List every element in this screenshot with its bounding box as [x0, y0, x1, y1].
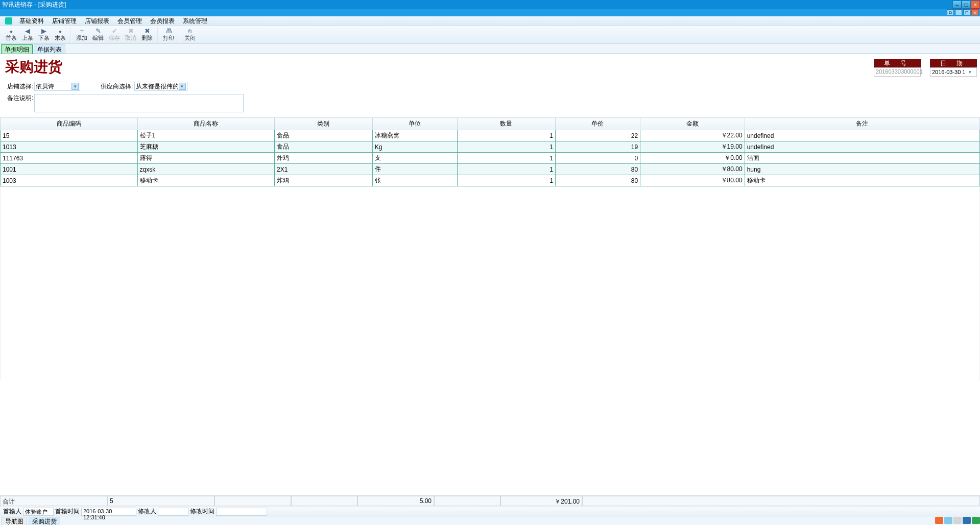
- menu-basic-data[interactable]: 基础资料: [15, 16, 48, 26]
- table-cell[interactable]: 炸鸡: [275, 175, 373, 186]
- window-minimize-button[interactable]: –: [952, 1, 962, 9]
- modifier-value[interactable]: [158, 508, 188, 516]
- window-maximize-button[interactable]: □: [962, 1, 971, 9]
- table-cell[interactable]: 1: [458, 175, 556, 186]
- table-cell[interactable]: 松子1: [137, 130, 275, 141]
- tray-icon[interactable]: [963, 517, 971, 524]
- chevron-down-icon[interactable]: ▾: [969, 69, 975, 75]
- chevron-down-icon[interactable]: ▾: [71, 83, 79, 90]
- table-cell[interactable]: 80: [555, 175, 640, 186]
- table-cell[interactable]: 15: [1, 130, 138, 141]
- table-cell[interactable]: ￥0.00: [640, 153, 745, 164]
- toolbar-打印-button[interactable]: 🖶打印: [160, 26, 177, 43]
- menu-member-manage[interactable]: 会员管理: [113, 16, 146, 26]
- table-row[interactable]: 15松子1食品冰糖燕窝122￥22.00undefined: [1, 130, 980, 141]
- column-header[interactable]: 类别: [275, 118, 373, 130]
- bill-no-value[interactable]: 201603303000001: [874, 67, 921, 77]
- table-cell[interactable]: ￥80.00: [640, 164, 745, 175]
- table-cell[interactable]: 炸鸡: [275, 153, 373, 164]
- mtime-value[interactable]: [216, 508, 267, 516]
- table-cell[interactable]: 件: [372, 164, 457, 175]
- toolbar-上条-button[interactable]: ◀上条: [19, 26, 36, 43]
- table-cell[interactable]: Kg: [372, 141, 457, 153]
- table-cell[interactable]: 1: [458, 130, 556, 141]
- table-cell[interactable]: 19: [555, 141, 640, 153]
- table-row[interactable]: 111763露得炸鸡支10￥0.00洁面: [1, 153, 980, 164]
- table-cell[interactable]: ￥22.00: [640, 130, 745, 141]
- toolbar-删除-button[interactable]: ✖删除: [139, 26, 155, 43]
- table-cell[interactable]: 22: [555, 130, 640, 141]
- toolbar-添加-button[interactable]: ＋添加: [74, 26, 90, 43]
- column-header[interactable]: 单价: [555, 118, 640, 130]
- mdi-minimize-button[interactable]: –: [955, 9, 962, 15]
- table-cell[interactable]: undefined: [745, 141, 979, 153]
- remark-input[interactable]: [34, 94, 244, 112]
- tab-detail[interactable]: 单据明细: [1, 44, 33, 54]
- table-cell[interactable]: 移动卡: [137, 175, 275, 186]
- column-header[interactable]: 备注: [745, 118, 979, 130]
- table-cell[interactable]: 移动卡: [745, 175, 979, 186]
- tray-icon[interactable]: [944, 517, 952, 524]
- column-header[interactable]: 商品编码: [1, 118, 138, 130]
- column-header[interactable]: 金额: [640, 118, 745, 130]
- mdi-restore-button[interactable]: ⧉: [947, 9, 954, 15]
- column-header[interactable]: 数量: [458, 118, 556, 130]
- date-value[interactable]: 2016-03-30 1 ▾: [930, 67, 977, 77]
- table-cell[interactable]: 1: [458, 153, 556, 164]
- table-row[interactable]: 1013芝麻糖食品Kg119￥19.00undefined: [1, 141, 980, 153]
- toolbar: ⬥首条◀上条▶下条⬥末条＋添加✎编辑✔保存✖取消✖删除🖶打印⎋关闭: [0, 26, 980, 44]
- ctime-value[interactable]: 2016-03-30 12:31:40: [81, 508, 136, 516]
- creator-value[interactable]: 体验账户: [23, 508, 54, 516]
- table-cell[interactable]: 111763: [1, 153, 138, 164]
- table-row[interactable]: 1003移动卡炸鸡张180￥80.00移动卡: [1, 175, 980, 186]
- table-cell[interactable]: 2X1: [275, 164, 373, 175]
- menu-store-report[interactable]: 店铺报表: [81, 16, 113, 26]
- table-cell[interactable]: 食品: [275, 130, 373, 141]
- store-select[interactable]: 依贝诗 ▾: [34, 82, 80, 91]
- table-cell[interactable]: 1013: [1, 141, 138, 153]
- bottom-tab-purchase[interactable]: 采购进货: [29, 517, 60, 525]
- table-row[interactable]: 1001zqxsk2X1件180￥80.00hung: [1, 164, 980, 175]
- table-cell[interactable]: 食品: [275, 141, 373, 153]
- tab-list[interactable]: 单据列表: [34, 44, 65, 54]
- table-cell[interactable]: ￥80.00: [640, 175, 745, 186]
- table-cell[interactable]: 1: [458, 141, 556, 153]
- bottom-tabs: 导航图 采购进货: [0, 516, 980, 525]
- tray-icon[interactable]: [953, 517, 962, 524]
- table-cell[interactable]: zqxsk: [137, 164, 275, 175]
- 关闭-icon: ⎋: [186, 27, 194, 34]
- tray-icon[interactable]: [935, 517, 943, 524]
- window-close-button[interactable]: ×: [971, 1, 980, 9]
- toolbar-编辑-button[interactable]: ✎编辑: [90, 26, 106, 43]
- bottom-tab-nav[interactable]: 导航图: [2, 517, 27, 525]
- table-cell[interactable]: 1001: [1, 164, 138, 175]
- menu-member-report[interactable]: 会员报表: [146, 16, 179, 26]
- toolbar-下条-button[interactable]: ▶下条: [36, 26, 52, 43]
- column-header[interactable]: 单位: [372, 118, 457, 130]
- toolbar-关闭-button[interactable]: ⎋关闭: [182, 26, 198, 43]
- toolbar-末条-button[interactable]: ⬥末条: [52, 26, 68, 43]
- chevron-down-icon[interactable]: ▾: [179, 83, 186, 90]
- table-cell[interactable]: 1003: [1, 175, 138, 186]
- table-cell[interactable]: hung: [745, 164, 979, 175]
- table-cell[interactable]: undefined: [745, 130, 979, 141]
- tray-icon[interactable]: [972, 517, 980, 524]
- table-cell[interactable]: 冰糖燕窝: [372, 130, 457, 141]
- table-cell[interactable]: 0: [555, 153, 640, 164]
- mdi-maximize-button[interactable]: □: [963, 9, 970, 15]
- menu-store-manage[interactable]: 店铺管理: [48, 16, 81, 26]
- table-cell[interactable]: 1: [458, 164, 556, 175]
- menu-system[interactable]: 系统管理: [179, 16, 211, 26]
- table-cell[interactable]: 支: [372, 153, 457, 164]
- toolbar-首条-button[interactable]: ⬥首条: [3, 26, 19, 43]
- table-cell[interactable]: 洁面: [745, 153, 979, 164]
- table-cell[interactable]: ￥19.00: [640, 141, 745, 153]
- table-cell[interactable]: 露得: [137, 153, 275, 164]
- table-cell[interactable]: 80: [555, 164, 640, 175]
- column-header[interactable]: 商品名称: [137, 118, 275, 130]
- table-cell[interactable]: 芝麻糖: [137, 141, 275, 153]
- table-cell[interactable]: 张: [372, 175, 457, 186]
- supplier-label: 供应商选择:: [101, 82, 133, 91]
- supplier-select[interactable]: 从来都是很伟的 ▾: [134, 82, 187, 91]
- mdi-close-button[interactable]: ×: [971, 9, 978, 15]
